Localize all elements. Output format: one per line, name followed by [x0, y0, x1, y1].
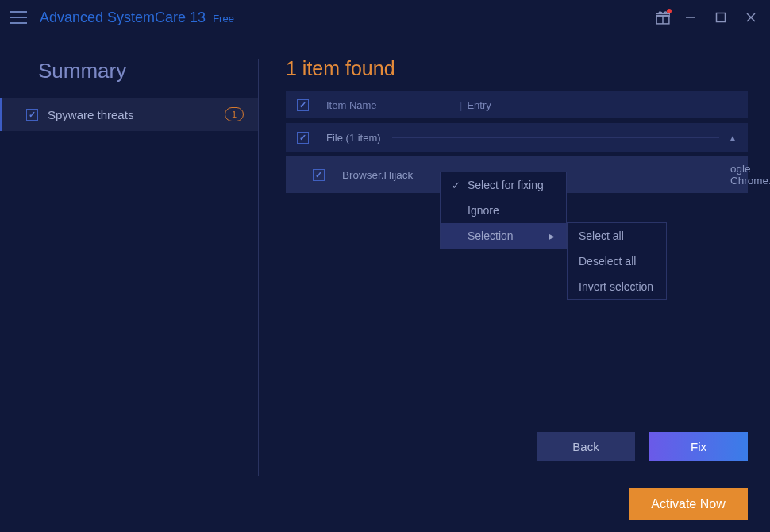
check-icon: ✓: [452, 179, 461, 191]
ctx-ignore[interactable]: Ignore: [441, 198, 566, 223]
column-entry: Entry: [467, 99, 491, 111]
ctx-deselect-all[interactable]: Deselect all: [568, 249, 666, 274]
sidebar-item-label: Spyware threats: [48, 108, 133, 121]
select-all-checkbox[interactable]: [297, 99, 309, 111]
column-item-name: Item Name: [326, 99, 460, 111]
context-menu: ✓ Select for fixing Ignore Selection ▶: [440, 172, 567, 249]
group-checkbox[interactable]: [297, 132, 309, 144]
hamburger-menu-icon[interactable]: [10, 6, 32, 29]
group-row-file[interactable]: File (1 item) ▲: [286, 123, 748, 152]
titlebar: Advanced SystemCare 13 Free: [0, 0, 770, 35]
ctx-selection[interactable]: Selection ▶: [441, 223, 566, 249]
sidebar: Summary Spyware threats 1: [0, 35, 258, 476]
activate-now-button[interactable]: Activate Now: [629, 488, 748, 520]
ctx-select-all[interactable]: Select all: [568, 223, 666, 249]
app-title: Advanced SystemCare 13 Free: [40, 10, 234, 26]
result-heading: 1 item found: [286, 57, 748, 80]
sidebar-item-checkbox[interactable]: [26, 109, 38, 121]
sidebar-item-spyware-threats[interactable]: Spyware threats 1: [0, 98, 258, 131]
ctx-invert-selection[interactable]: Invert selection: [568, 274, 666, 299]
threat-checkbox[interactable]: [313, 169, 325, 181]
notification-dot-icon: [667, 9, 672, 13]
content-panel: 1 item found Item Name | Entry File (1 i…: [259, 35, 770, 476]
svg-rect-4: [717, 13, 726, 22]
ctx-select-for-fixing[interactable]: ✓ Select for fixing: [441, 172, 566, 198]
context-submenu: Select all Deselect all Invert selection: [567, 222, 667, 300]
sidebar-title: Summary: [0, 51, 258, 98]
gift-icon[interactable]: [656, 10, 670, 25]
minimize-button[interactable]: [681, 8, 700, 27]
edition-label: Free: [213, 13, 234, 25]
chevron-right-icon: ▶: [549, 232, 555, 241]
threat-entry: ogle Chrome.lnk: [730, 163, 770, 187]
threat-count-badge: 1: [225, 107, 244, 121]
maximize-button[interactable]: [711, 8, 730, 27]
footer: Activate Now: [0, 476, 770, 532]
table-header: Item Name | Entry: [286, 91, 748, 118]
close-button[interactable]: [741, 8, 760, 27]
fix-button[interactable]: Fix: [649, 432, 748, 461]
action-buttons: Back Fix: [286, 421, 748, 476]
collapse-icon[interactable]: ▲: [729, 133, 737, 142]
back-button[interactable]: Back: [537, 432, 635, 461]
group-label: File (1 item): [326, 132, 381, 144]
